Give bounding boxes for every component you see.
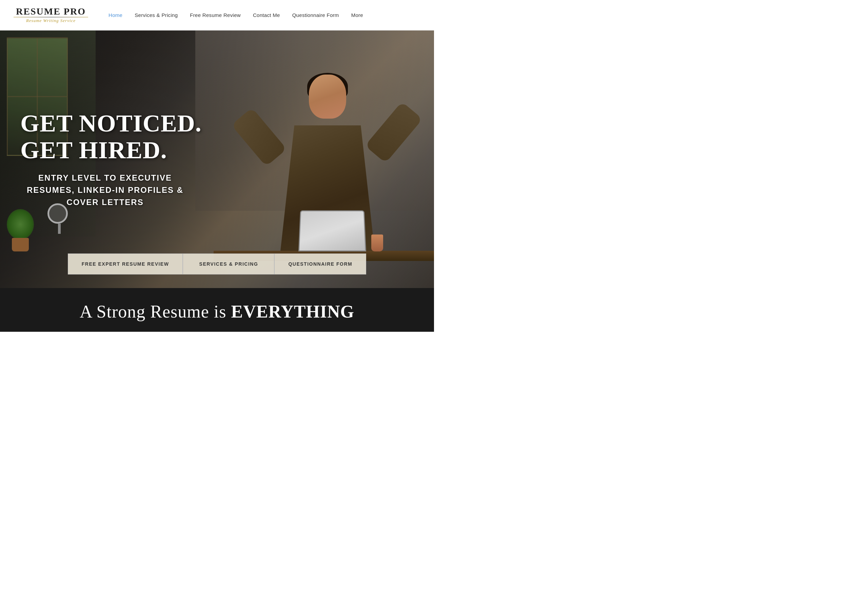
nav-free-resume[interactable]: Free Resume Review [190, 12, 241, 18]
nav-contact[interactable]: Contact Me [253, 12, 280, 18]
hero-subtitle: ENTRY LEVEL TO EXECUTIVE RESUMES, LINKED… [20, 172, 190, 208]
bottom-title: A Strong Resume is EVERYTHING [20, 302, 414, 321]
cta-free-resume-review[interactable]: FREE EXPERT RESUME REVIEW [68, 253, 183, 274]
logo-underline [13, 17, 88, 18]
logo-title-part1: RESUME [16, 6, 61, 16]
navbar: RESUME PRO Resume Writing Service Home S… [0, 0, 434, 31]
nav-home[interactable]: Home [108, 12, 123, 18]
logo-subtitle: Resume Writing Service [26, 18, 75, 24]
hero-content: GET NOTICED. GET HIRED. ENTRY LEVEL TO E… [0, 110, 244, 208]
laptop-screen [298, 211, 366, 252]
cta-questionnaire-form[interactable]: QUESTIONNAIRE FORM [274, 253, 366, 274]
cta-services-pricing[interactable]: SERVICES & PRICING [183, 253, 274, 274]
logo-title: RESUME PRO [16, 7, 86, 16]
hero-main-title: GET NOTICED. GET HIRED. [20, 110, 244, 164]
hero-coffee [371, 234, 383, 252]
hero-section: GET NOTICED. GET HIRED. ENTRY LEVEL TO E… [0, 31, 434, 288]
plant-leaves [7, 209, 34, 240]
nav-services-pricing[interactable]: Services & Pricing [134, 12, 178, 18]
nav-questionnaire[interactable]: Questionnaire Form [292, 12, 339, 18]
nav-more[interactable]: More [351, 12, 363, 18]
nav-links: Home Services & Pricing Free Resume Revi… [108, 12, 363, 18]
bottom-title-part1: A Strong Resume is [80, 302, 231, 321]
fan-stand [58, 224, 61, 234]
bottom-title-part2: EVERYTHING [231, 302, 355, 321]
coffee-cup [371, 234, 383, 252]
logo-title-part2: PRO [64, 6, 86, 16]
hero-plant [7, 211, 34, 252]
logo[interactable]: RESUME PRO Resume Writing Service [13, 7, 88, 24]
bottom-section: A Strong Resume is EVERYTHING [0, 288, 434, 332]
hero-laptop [298, 208, 366, 252]
plant-pot [12, 238, 29, 252]
hero-cta-buttons: FREE EXPERT RESUME REVIEW SERVICES & PRI… [0, 253, 434, 274]
person-head [309, 75, 346, 119]
